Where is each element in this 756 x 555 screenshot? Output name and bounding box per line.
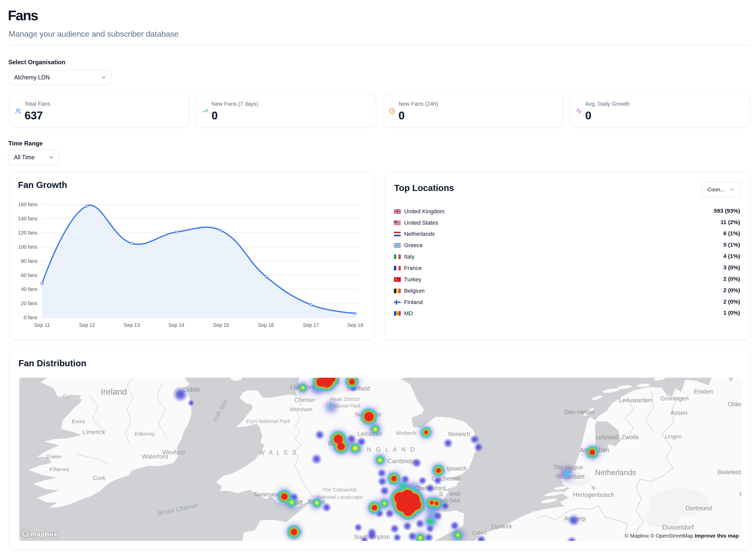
- svg-text:Killarney: Killarney: [49, 466, 70, 472]
- svg-text:Galway: Galway: [63, 393, 81, 399]
- svg-text:Sep 16: Sep 16: [258, 322, 274, 328]
- svg-text:Norwich: Norwich: [448, 431, 470, 437]
- svg-text:Sep 12: Sep 12: [79, 322, 95, 328]
- svg-text:Wisbech: Wisbech: [396, 430, 416, 436]
- svg-text:Sep 14: Sep 14: [168, 322, 184, 328]
- svg-text:120 fans: 120 fans: [18, 230, 37, 236]
- svg-text:’s-: ’s-: [591, 484, 597, 491]
- svg-text:Lingen: Lingen: [665, 433, 682, 440]
- svg-text:Assen: Assen: [670, 409, 687, 416]
- svg-text:Groningen: Groningen: [660, 395, 689, 402]
- svg-text:Ipswich: Ipswich: [447, 465, 467, 472]
- svg-text:Sep 11: Sep 11: [34, 322, 50, 328]
- svg-text:Sep 13: Sep 13: [124, 322, 140, 328]
- svg-text:Dortmund: Dortmund: [685, 505, 712, 511]
- svg-text:Calais: Calais: [472, 530, 487, 536]
- svg-text:40 fans: 40 fans: [21, 286, 37, 292]
- svg-text:Dusseldorf: Dusseldorf: [662, 523, 694, 531]
- svg-text:Eryri National Park: Eryri National Park: [246, 418, 291, 424]
- svg-text:Sep 15: Sep 15: [213, 322, 229, 328]
- svg-text:Zwolle: Zwolle: [621, 434, 639, 440]
- svg-text:Sep 17: Sep 17: [303, 322, 319, 328]
- svg-text:E N G L A N D: E N G L A N D: [358, 446, 416, 453]
- svg-text:160 fans: 160 fans: [18, 202, 37, 207]
- svg-text:© Mapbox © OpenStreetMap Impro: © Mapbox © OpenStreetMap Improve this ma…: [625, 533, 739, 539]
- svg-text:60 fans: 60 fans: [21, 272, 37, 278]
- svg-text:Lelystad: Lelystad: [595, 434, 618, 440]
- svg-text:W A L E S: W A L E S: [259, 449, 298, 456]
- svg-text:Kilkenny: Kilkenny: [135, 431, 155, 437]
- svg-text:0 fans: 0 fans: [24, 315, 37, 320]
- svg-text:Hertogenbosch: Hertogenbosch: [573, 491, 614, 498]
- svg-text:Waterford: Waterford: [142, 453, 168, 460]
- svg-text:Paderbo: Paderbo: [740, 491, 741, 498]
- svg-text:Bielefeld: Bielefeld: [718, 469, 741, 476]
- svg-text:The Cotswolds: The Cotswolds: [322, 487, 357, 493]
- svg-text:Wrexham: Wrexham: [290, 406, 312, 412]
- svg-text:Ennis: Ennis: [72, 418, 85, 424]
- svg-text:Leeuwarden: Leeuwarden: [619, 397, 652, 403]
- svg-text:Cork: Cork: [93, 475, 106, 481]
- svg-text:Tralee: Tralee: [46, 454, 61, 459]
- svg-text:S end-: S end-: [439, 490, 462, 497]
- svg-text:100 fans: 100 fans: [18, 244, 37, 250]
- svg-text:Ireland: Ireland: [101, 387, 127, 396]
- svg-text:140 fans: 140 fans: [18, 216, 37, 221]
- svg-text:Netherlands: Netherlands: [595, 468, 636, 477]
- svg-text:Dunkirk: Dunkirk: [491, 523, 512, 530]
- svg-text:Oldenburg: Oldenburg: [728, 401, 741, 408]
- svg-text:Den Helder: Den Helder: [564, 409, 595, 415]
- svg-text:Limerick: Limerick: [82, 429, 105, 435]
- svg-text:20 fans: 20 fans: [21, 301, 37, 306]
- svg-text:Sep 18: Sep 18: [347, 322, 363, 328]
- svg-text:80 fans: 80 fans: [21, 258, 37, 264]
- svg-text:mapbox: mapbox: [30, 530, 58, 538]
- svg-text:Emden: Emden: [694, 388, 713, 395]
- svg-text:Chester: Chester: [294, 396, 316, 403]
